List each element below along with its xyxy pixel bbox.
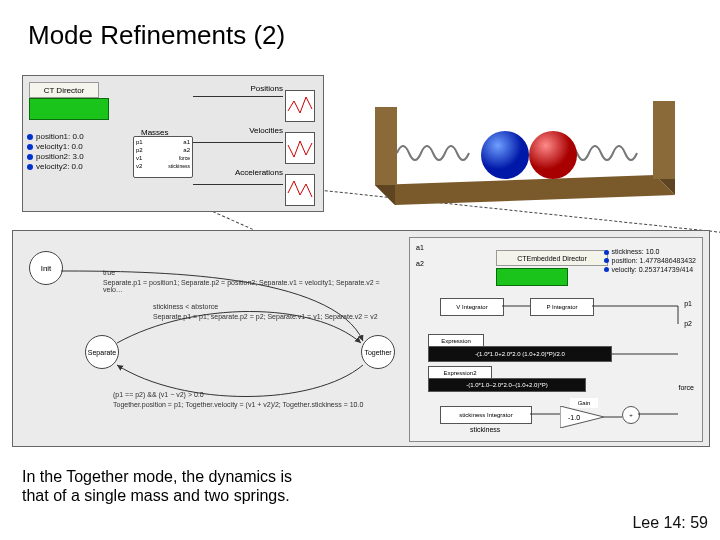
svg-point-5 [481, 131, 529, 179]
rparam-position: position: 1.4778486483432 [604, 257, 696, 266]
param-velocity1: velocity1: 0.0 [27, 142, 84, 152]
expression-body: -(1.0*1.0+2.0*2.0 (1.0+2.0)*P)/2.0 [428, 346, 612, 362]
plot-label-velocities: Velocities [249, 126, 283, 135]
rparam-velocity: velocity: 0.253714739/414 [604, 266, 696, 275]
fsm-panel: Init Separate Together true Separate.p1 … [12, 230, 710, 447]
slide-footer: Lee 14: 59 [632, 514, 708, 532]
stickiness-label: stickiness [470, 426, 500, 433]
param-velocity2: velocity2: 0.0 [27, 162, 84, 172]
guard-sep-tog: stickiness < abstorce [153, 303, 218, 310]
together-refinement-panel: CTEmbedded Director stickiness: 10.0 pos… [409, 237, 703, 442]
port-a2: a2 [183, 147, 190, 153]
caption-line1: In the Together mode, the dynamics is [22, 468, 292, 485]
action-sep-tog: Separate.p1 = p1; separate.p2 = p2; Sepa… [153, 313, 378, 320]
param-position2: position2: 3.0 [27, 152, 84, 162]
p-integrator: P Integrator [530, 298, 594, 316]
svg-rect-3 [375, 107, 397, 185]
io-force: force [678, 384, 694, 391]
plot-label-accel: Accelerations [235, 168, 283, 177]
svg-marker-7 [560, 406, 604, 428]
ct-director-block: CT Director [29, 82, 99, 98]
action-tog-sep: Together.position = p1; Together.velocit… [113, 401, 363, 408]
slide-title: Mode Refinements (2) [28, 20, 285, 51]
director-highlight [29, 98, 109, 120]
v-integrator: V Integrator [440, 298, 504, 316]
guard-init: true [103, 269, 115, 276]
port-a1: a1 [183, 139, 190, 145]
plot-velocities [285, 132, 315, 164]
ct-embedded-director: CTEmbedded Director [496, 250, 608, 266]
svg-marker-0 [375, 175, 675, 205]
plot-label-positions: Positions [251, 84, 283, 93]
param-position1: position1: 0.0 [27, 132, 84, 142]
gain-value: -1.0 [568, 414, 580, 421]
top-model-panel: CT Director position1: 0.0 velocity1: 0.… [22, 75, 324, 212]
expression2-body: -(1.0*1.0−2.0*2.0−(1.0+2.0)*P) [428, 378, 586, 392]
io-a2: a2 [416, 260, 424, 267]
io-p2: p2 [684, 320, 692, 327]
io-a1: a1 [416, 244, 424, 251]
guard-tog-sep: (p1 == p2) && (v1 − v2) > 0.0 [113, 391, 204, 398]
svg-rect-4 [653, 101, 675, 179]
port-p1: p1 [136, 139, 143, 145]
svg-point-6 [529, 131, 577, 179]
masses-block: p1 p2 v1 v2 a1 a2 force stickiness [133, 136, 193, 178]
port-v2: v2 [136, 163, 142, 169]
param-list: position1: 0.0 velocity1: 0.0 position2:… [27, 132, 84, 172]
slide-caption: In the Together mode, the dynamics is th… [22, 467, 292, 505]
io-p1: p1 [684, 300, 692, 307]
rparam-stickiness: stickiness: 10.0 [604, 248, 696, 257]
action-init: Separate.p1 = position1; Separate.p2 = p… [103, 279, 393, 293]
plot-accel [285, 174, 315, 206]
port-p2: p2 [136, 147, 143, 153]
spring-mass-render [355, 75, 685, 210]
port-force: force [179, 155, 190, 161]
refine-highlight [496, 268, 568, 286]
stickiness-integrator: stickiness Integrator [440, 406, 532, 424]
caption-line2: that of a single mass and two springs. [22, 487, 290, 504]
plot-positions [285, 90, 315, 122]
port-stick: stickiness [168, 163, 190, 169]
refine-params: stickiness: 10.0 position: 1.47784864834… [604, 248, 696, 274]
port-v1: v1 [136, 155, 142, 161]
adder: + [622, 406, 640, 424]
